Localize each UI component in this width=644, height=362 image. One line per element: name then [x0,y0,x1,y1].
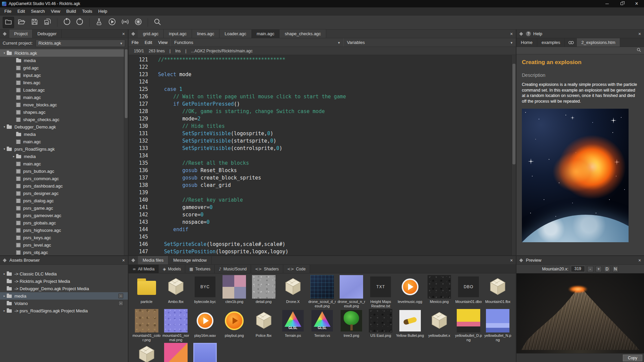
decrement-button[interactable]: - [587,266,593,272]
preview-viewport[interactable] [516,273,644,353]
media-item[interactable]: GLSLTerrain.ps [278,309,307,343]
tree-item[interactable]: psrs_level.agc [0,241,128,249]
tree-item[interactable]: psrs_gameover.agc [0,212,128,219]
tree-item[interactable]: ▸media- [0,292,128,300]
editor-tab-grid-agc[interactable]: grid.agc [138,30,164,38]
tree-item[interactable]: media [0,57,128,64]
chevron-right-icon[interactable]: ▸ [2,294,7,298]
compile-button[interactable] [93,17,105,28]
tree-item[interactable]: input.agc [0,71,128,79]
help-tab-document[interactable]: 2_explosions.htm [577,38,620,47]
copy-button[interactable]: Copy [623,355,642,361]
media-item[interactable]: Ambo.fbx [161,275,190,309]
menu-item-search[interactable]: Search [28,7,48,15]
close-button[interactable] [629,0,644,7]
tree-item[interactable]: ▾Ricktris.agk [0,49,128,57]
tree-item[interactable]: psrs_common.agc [0,175,128,182]
tree-item[interactable]: ▾Debugger_Demo.agk [0,123,128,131]
close-panel-icon[interactable] [635,31,644,37]
search-button[interactable] [152,17,163,28]
help-tab-home[interactable]: Home [516,38,537,47]
media-item[interactable]: yellowbullet_D.png [454,309,483,343]
media-item[interactable]: mountain01_normal.png [161,309,190,343]
scrollbar-thumb[interactable] [512,64,515,164]
help-search-bar[interactable] [516,47,644,54]
maximize-button[interactable] [614,0,629,7]
filter-models[interactable]: ◈Models [159,265,185,273]
tree-item[interactable]: psrs_game.agc [0,204,128,212]
open-project-button[interactable] [3,17,14,28]
media-item[interactable]: playbut.png [220,309,249,343]
tree-item[interactable]: psrs_keys.agc [0,234,128,241]
tab-debugger[interactable]: Debugger [33,30,61,38]
filter-shaders[interactable]: <>Shaders [251,265,283,273]
media-item[interactable]: DBOMountain01.dbo [454,275,483,309]
media-item[interactable] [190,343,219,362]
editor-menu-view[interactable]: View [155,38,170,47]
editor-tab-shape-checks-agc[interactable]: shape_checks.agc [280,30,326,38]
menu-item-tools[interactable]: Tools [79,7,95,15]
tree-item[interactable]: move_blocks.agc [0,101,128,108]
tree-item[interactable]: psrs_globals.agc [0,219,128,226]
media-item[interactable]: Drone.X [278,275,307,309]
tab-message-window[interactable]: Message window [168,256,212,264]
tree-item[interactable]: lines.agc [0,79,128,86]
diffuse-toggle-button[interactable]: D [604,266,610,272]
tree-item[interactable]: grid.agc [0,64,128,71]
save-all-button[interactable] [42,17,53,28]
tree-item[interactable]: main.agc [0,138,128,145]
increment-button[interactable]: + [596,266,602,272]
menu-item-build[interactable]: Build [63,7,79,15]
tree-item[interactable]: psrs_highscore.agc [0,226,128,234]
media-item[interactable] [161,343,190,362]
media-item[interactable]: mountain01_color.png [132,309,161,343]
tree-item[interactable]: Loader.agc [0,86,128,94]
variables-dropdown[interactable]: Variables [343,38,516,47]
media-item[interactable]: Mexico.png [425,275,454,309]
tree-item[interactable]: psrs_designer.agc [0,190,128,197]
menu-item-edit[interactable]: Edit [14,7,28,15]
functions-dropdown[interactable]: Functions [170,38,343,47]
debug-button[interactable] [133,17,144,28]
tree-item[interactable]: media [0,131,128,138]
chevron-right-icon[interactable]: ▸ [2,272,7,275]
media-item[interactable]: detail.png [249,275,278,309]
menu-item-file[interactable]: File [1,7,14,15]
tree-item[interactable]: main.agc [0,94,128,101]
editor-menu-file[interactable]: File [129,38,142,47]
help-tab-examples[interactable]: examples [537,38,565,47]
code-editor[interactable]: 121//***********************************… [129,55,516,255]
close-panel-icon[interactable] [635,258,644,263]
media-item[interactable]: US East.png [366,309,395,343]
editor-tab-lines-agc[interactable]: lines.agc [192,30,219,38]
media-item[interactable] [132,343,161,362]
tab-media-files[interactable]: Media files [138,256,168,264]
media-item[interactable]: ctex1b.png [220,275,249,309]
chevron-right-icon[interactable]: ▸ [11,155,16,158]
media-item[interactable]: TXTHeight Maps Readme.txt [366,275,395,309]
filter-music-sound[interactable]: ♪Music/Sound [215,265,251,273]
media-item[interactable]: drone_scout_n_result.png [337,275,366,309]
chevron-down-icon[interactable]: ▾ [2,147,7,151]
media-item[interactable]: GLSLTerrain.vs [307,309,337,343]
collapse-badge[interactable]: - [118,294,123,298]
editor-menu-edit[interactable]: Edit [142,38,155,47]
media-item[interactable]: Police.fbx [249,309,278,343]
tree-item[interactable]: psrs_dialog.agc [0,197,128,204]
minimize-button[interactable] [600,0,614,7]
tree-item[interactable]: psrs_button.agc [0,167,128,175]
preview-value-field[interactable]: 319 [571,266,585,272]
editor-tab-Loader-agc[interactable]: Loader.agc [219,30,251,38]
media-item[interactable]: play16m.wav [190,309,219,343]
filter-textures[interactable]: ▦Textures [185,265,215,273]
normal-toggle-button[interactable]: N [612,266,618,272]
tree-item[interactable]: ▾psrs_RoadSigns.agk [0,145,128,153]
media-item[interactable]: tree3.png [337,309,366,343]
chevron-right-icon[interactable]: ▸ [2,309,7,312]
media-item[interactable]: Mountain01.fbx [483,275,512,309]
editor-tab-main-agc[interactable]: main.agc [252,30,280,38]
media-item[interactable]: Yellow Bullet.png [395,309,425,343]
tree-item[interactable]: main.agc [0,160,128,167]
tree-item[interactable]: ▸-> psrs_RoadSigns.agk Project Media [0,307,128,314]
menu-item-view[interactable]: View [48,7,63,15]
